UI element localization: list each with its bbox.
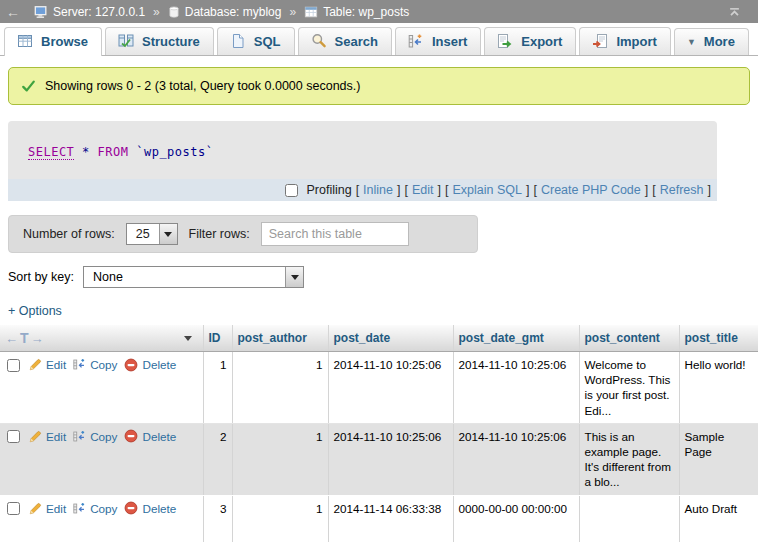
delete-label: Delete (142, 501, 176, 516)
bracket: [ (356, 183, 359, 197)
tab-label: Export (521, 34, 562, 49)
tab-sql[interactable]: SQL (217, 27, 295, 55)
results-table: ← T → ID post_author post_date post_date… (0, 325, 758, 542)
cell-post-date-gmt: 2014-11-10 10:25:06 (453, 423, 579, 495)
export-icon (497, 33, 513, 49)
tab-label: More (704, 34, 735, 49)
column-header-id[interactable]: ID (203, 325, 232, 352)
cell-id: 3 (203, 495, 232, 542)
tab-label: SQL (254, 34, 281, 49)
edit-row-link[interactable]: Edit (29, 501, 66, 516)
row-checkbox[interactable] (7, 359, 20, 372)
bracket: [ (404, 183, 407, 197)
column-options-dropdown-icon[interactable] (184, 336, 192, 341)
column-header-post-date[interactable]: post_date (328, 325, 453, 352)
tab-label: Structure (142, 34, 200, 49)
sql-table-ref: `wp_posts` (136, 145, 213, 159)
column-header-post-date-gmt[interactable]: post_date_gmt (453, 325, 579, 352)
collapse-top-icon[interactable] (727, 5, 752, 19)
number-of-rows-label: Number of rows: (23, 227, 115, 241)
server-icon (34, 5, 48, 19)
sort-by-key-value: None (84, 267, 132, 287)
row-checkbox[interactable] (7, 430, 20, 443)
copy-row-link[interactable]: Copy (73, 501, 117, 516)
tab-search[interactable]: Search (298, 27, 392, 55)
structure-icon (118, 33, 134, 49)
pencil-icon (29, 502, 42, 515)
status-message-text: Showing rows 0 - 2 (3 total, Query took … (45, 79, 360, 93)
select-arrow-icon (285, 267, 303, 287)
delete-row-link[interactable]: Delete (124, 357, 176, 372)
inline-link[interactable]: Inline (363, 183, 393, 197)
delete-icon (124, 358, 138, 372)
chevron-down-icon: ▼ (687, 37, 696, 47)
create-php-code-link[interactable]: Create PHP Code (541, 183, 641, 197)
column-marker-header: ← T → (0, 325, 203, 352)
arrow-left-icon: ← (5, 331, 18, 346)
breadcrumb-server-label: Server: 127.0.0.1 (53, 5, 145, 19)
tab-more[interactable]: ▼ More (674, 28, 749, 55)
sql-keyword-select: SELECT (28, 145, 74, 160)
table-header-row: ← T → ID post_author post_date post_date… (0, 325, 758, 352)
cell-post-date-gmt: 0000-00-00 00:00:00 (453, 495, 579, 542)
column-header-post-author[interactable]: post_author (232, 325, 328, 352)
refresh-link[interactable]: Refresh (660, 183, 704, 197)
back-arrow-icon[interactable]: ← (6, 4, 30, 20)
tab-import[interactable]: Import (579, 27, 670, 55)
column-header-post-content[interactable]: post_content (579, 325, 679, 352)
edit-row-link[interactable]: Edit (29, 429, 66, 444)
tab-label: Browse (41, 34, 88, 49)
bracket: ] (708, 183, 711, 197)
sort-by-key-select[interactable]: None (83, 266, 304, 288)
explain-sql-link[interactable]: Explain SQL (452, 183, 521, 197)
breadcrumb-server[interactable]: Server: 127.0.0.1 (34, 5, 145, 19)
copy-label: Copy (90, 357, 117, 372)
bracket: ] (645, 183, 648, 197)
breadcrumb-database[interactable]: Database: myblog (168, 5, 282, 19)
copy-row-link[interactable]: Copy (73, 357, 117, 372)
insert-icon (408, 33, 424, 49)
cell-post-author: 1 (232, 352, 328, 424)
query-options-bar: Profiling [ Inline ] [ Edit ] [ Explain … (8, 179, 717, 201)
browse-icon (17, 33, 33, 49)
options-toggle-link[interactable]: + Options (8, 304, 62, 318)
delete-row-link[interactable]: Delete (124, 501, 176, 516)
row-checkbox[interactable] (7, 502, 20, 515)
check-icon (21, 79, 36, 93)
number-of-rows-value: 25 (127, 224, 159, 244)
copy-label: Copy (90, 429, 117, 444)
table-row: Edit Copy Delete 2 1 2014-11-10 10:25:06… (0, 423, 758, 495)
sort-by-key-row: Sort by key: None (8, 266, 750, 288)
delete-row-link[interactable]: Delete (124, 429, 176, 444)
column-header-post-title[interactable]: post_title (679, 325, 758, 352)
sql-query-box: SELECT * FROM `wp_posts` (8, 121, 717, 179)
number-of-rows-select[interactable]: 25 (126, 223, 178, 245)
bracket: ] (438, 183, 441, 197)
copy-row-link[interactable]: Copy (73, 429, 117, 444)
select-arrow-icon (159, 224, 177, 244)
tab-insert[interactable]: Insert (395, 27, 481, 55)
edit-row-link[interactable]: Edit (29, 357, 66, 372)
cell-post-date: 2014-11-14 06:33:38 (328, 495, 453, 542)
bracket: ] (397, 183, 400, 197)
cell-post-author: 1 (232, 495, 328, 542)
edit-query-link[interactable]: Edit (412, 183, 434, 197)
delete-label: Delete (142, 357, 176, 372)
cell-post-date: 2014-11-10 10:25:06 (328, 423, 453, 495)
tab-structure[interactable]: Structure (105, 27, 214, 55)
cell-post-title: Hello world! (679, 352, 758, 424)
breadcrumb-database-label: Database: myblog (185, 5, 282, 19)
bracket: [ (445, 183, 448, 197)
filter-rows-input[interactable] (261, 222, 409, 246)
tab-export[interactable]: Export (484, 27, 576, 55)
tab-browse[interactable]: Browse (4, 27, 102, 56)
profiling-checkbox[interactable] (285, 184, 298, 197)
breadcrumb-separator: » (153, 5, 160, 19)
breadcrumb-table[interactable]: Table: wp_posts (304, 5, 409, 19)
sql-icon (230, 33, 246, 49)
delete-icon (124, 501, 138, 515)
cell-id: 1 (203, 352, 232, 424)
breadcrumb-separator: » (289, 5, 296, 19)
pencil-icon (29, 430, 42, 443)
table-row: Edit Copy Delete 3 1 2014-11-14 06:33:38… (0, 495, 758, 542)
